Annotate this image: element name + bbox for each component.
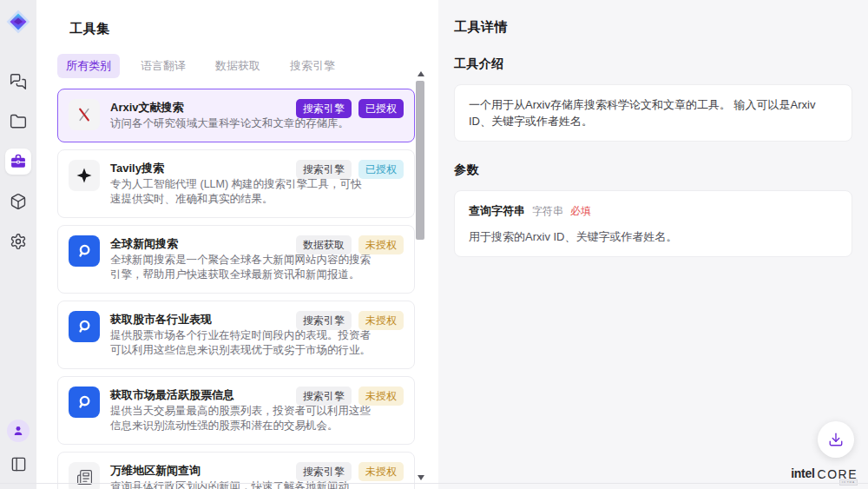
tab-search-engine[interactable]: 搜索引擎 <box>281 54 344 78</box>
param-card: 查询字符串 字符串 必填 用于搜索的Arxiv ID、关键字或作者姓名。 <box>454 190 852 257</box>
details-title: 工具详情 <box>454 19 852 36</box>
rail-footer <box>5 420 31 477</box>
tool-card-tavily[interactable]: Tavily搜索 专为人工智能代理 (LLM) 构建的搜索引擎工具，可快速提供实… <box>57 149 415 218</box>
tool-card-sector-performance[interactable]: 获取股市各行业表现 提供股票市场各个行业在特定时间段内的表现。投资者可以利用这些… <box>57 301 415 369</box>
category-badge: 搜索引擎 <box>296 99 352 118</box>
rail-nav <box>5 69 31 254</box>
details-panel: 工具详情 工具介绍 一个用于从Arxiv存储库搜索科学论文和文章的工具。 输入可… <box>438 0 868 489</box>
category-badge: 搜索引擎 <box>296 311 352 330</box>
auth-status-badge: 未授权 <box>358 311 404 330</box>
tab-all-categories[interactable]: 所有类别 <box>57 54 120 78</box>
tool-description: 访问各个研究领域大量科学论文和文章的存储库。 <box>110 116 371 132</box>
box-icon[interactable] <box>5 188 31 215</box>
auth-status-badge: 未授权 <box>358 387 404 406</box>
auth-status-badge: 未授权 <box>358 235 404 254</box>
tool-card-global-news[interactable]: 全球新闻搜索 全球新闻搜索是一个聚合全球各大新闻网站内容的搜索引擎，帮助用户快速… <box>57 225 415 294</box>
user-icon[interactable] <box>7 420 30 442</box>
window-bottom-divider <box>0 483 868 484</box>
param-name: 查询字符串 <box>469 202 525 219</box>
scrollbar[interactable] <box>416 69 426 482</box>
tab-language-translation[interactable]: 语言翻译 <box>132 54 194 78</box>
tab-data-fetch[interactable]: 数据获取 <box>207 54 269 78</box>
tool-description: 提供当天交易量最高的股票列表，投资者可以利用这些信息来识别流动性强的股票和潜在的… <box>110 404 371 434</box>
tavily-star-icon <box>69 160 100 191</box>
panel-toggle-icon[interactable] <box>5 451 31 477</box>
tool-description: 全球新闻搜索是一个聚合全球各大新闻网站内容的搜索引擎，帮助用户快速获取全球最新资… <box>110 253 371 283</box>
scrollbar-thumb[interactable] <box>416 81 424 240</box>
param-required-flag: 必填 <box>570 203 591 220</box>
folder-icon[interactable] <box>5 109 31 135</box>
category-badge: 数据获取 <box>296 235 352 254</box>
tool-description: 专为人工智能代理 (LLM) 构建的搜索引擎工具，可快速提供实时、准确和真实的结… <box>110 177 371 208</box>
page-title: 工具集 <box>69 21 438 37</box>
intro-heading: 工具介绍 <box>454 56 852 72</box>
category-badge: 搜索引擎 <box>296 160 352 179</box>
scroll-up-arrow-icon[interactable] <box>418 71 424 76</box>
blue-search-icon <box>69 311 100 342</box>
param-description: 用于搜索的Arxiv ID、关键字或作者姓名。 <box>469 228 838 245</box>
tool-intro-card: 一个用于从Arxiv存储库搜索科学论文和文章的工具。 输入可以是Arxiv ID… <box>454 84 852 142</box>
auth-status-badge: 已授权 <box>358 160 404 179</box>
chat-icon[interactable] <box>5 69 31 95</box>
newspaper-icon <box>69 462 100 489</box>
blue-search-icon <box>69 387 100 418</box>
blue-search-icon <box>69 235 100 267</box>
intel-wordmark: intel <box>791 466 814 480</box>
category-badge: 搜索引擎 <box>296 462 352 481</box>
auth-status-badge: 未授权 <box>358 462 404 481</box>
category-tabs: 所有类别 语言翻译 数据获取 搜索引擎 <box>57 54 438 78</box>
app-window: 工具集 所有类别 语言翻译 数据获取 搜索引擎 Arxiv文献搜索 访问各个研究… <box>0 0 868 489</box>
auth-status-badge: 已授权 <box>358 99 404 118</box>
icon-rail <box>0 0 36 489</box>
arxiv-icon <box>69 99 100 130</box>
tool-card-arxiv[interactable]: Arxiv文献搜索 访问各个研究领域大量科学论文和文章的存储库。 搜索引擎 已授… <box>57 89 415 142</box>
tool-description: 提供股票市场各个行业在特定时间段内的表现。投资者可以利用这些信息来识别表现优于或… <box>110 328 371 359</box>
toolbox-icon[interactable] <box>5 149 31 175</box>
tools-panel: 工具集 所有类别 语言翻译 数据获取 搜索引擎 Arxiv文献搜索 访问各个研究… <box>36 0 438 489</box>
scroll-down-arrow-icon[interactable] <box>418 475 424 480</box>
download-button[interactable] <box>818 421 854 458</box>
category-badge: 搜索引擎 <box>296 387 352 406</box>
settings-icon[interactable] <box>5 228 31 254</box>
params-heading: 参数 <box>454 162 852 178</box>
download-icon <box>828 432 844 447</box>
intel-core-logo: intel CORE ULTRA <box>791 466 858 482</box>
app-logo-icon[interactable] <box>6 10 30 34</box>
tool-card-most-active-stocks[interactable]: 获取市场最活跃股票信息 提供当天交易量最高的股票列表，投资者可以利用这些信息来识… <box>57 376 415 445</box>
param-type: 字符串 <box>532 203 563 220</box>
tool-list: Arxiv文献搜索 访问各个研究领域大量科学论文和文章的存储库。 搜索引擎 已授… <box>57 89 415 489</box>
